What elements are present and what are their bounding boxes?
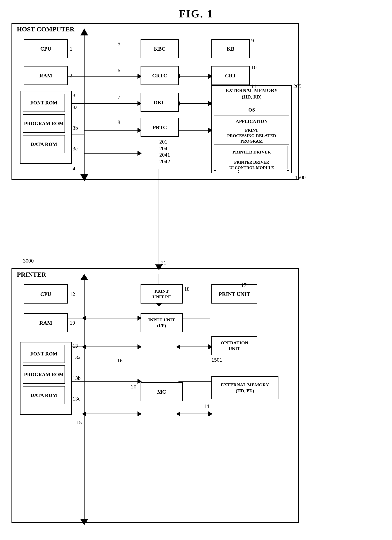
- printer-ref-rom-a: 13a: [73, 354, 80, 360]
- printer-ref-rom: 13: [73, 343, 78, 349]
- host-program-rom: PROGRAM ROM: [23, 114, 65, 133]
- ref-rom-b: 3b: [73, 125, 78, 131]
- host-ext-mem-print: PRINTPROCESSING-RELATEDPROGRAM: [214, 127, 289, 145]
- kb-block: KB: [211, 39, 250, 58]
- ref-kb: 9: [251, 38, 254, 44]
- host-ram-block: RAM: [24, 66, 68, 85]
- host-printer-driver-ui: PRINTER DRIVERUI CONTROL MODULE: [216, 158, 287, 172]
- host-data-rom: DATA ROM: [23, 135, 65, 153]
- printer-ref-print-unit-if: 18: [184, 286, 190, 292]
- dkc-block: DKC: [141, 93, 179, 112]
- print-unit-block: PRINT UNIT: [211, 284, 257, 304]
- printer-program-rom: PROGRAM ROM: [23, 365, 65, 384]
- printer-ref-ext-mem: 14: [204, 403, 209, 409]
- printer-ref-print-unit: 17: [241, 282, 247, 288]
- ref-kbc-line: 5: [118, 41, 120, 47]
- ref-prtc-line: 8: [118, 119, 120, 125]
- print-unit-if-block: PRINT UNIT I/F: [141, 284, 183, 304]
- host-printer-driver: PRINTER DRIVER: [216, 146, 287, 158]
- prtc-block: PRTC: [141, 118, 179, 137]
- printer-ref-line16: 16: [117, 358, 123, 364]
- printer-cpu-block: CPU: [24, 284, 68, 304]
- ref-201: 201: [159, 139, 167, 145]
- host-ext-mem-app: APPLICATION: [214, 116, 289, 127]
- ref-ext-mem: 11: [251, 83, 256, 89]
- ref-n205: 205: [293, 83, 301, 89]
- printer-ref-1501: 1501: [211, 357, 222, 363]
- ref-1500: 1500: [295, 174, 306, 180]
- printer-ref-ram: 19: [70, 320, 75, 326]
- host-ext-mem-outer: EXTERNAL MEMORY(HD, FD) OS APPLICATION P…: [211, 85, 292, 173]
- printer-box: PRINTER CPU 12 RAM 19 FONT ROM PROGRAM R…: [11, 268, 299, 523]
- printer-ref-mc: 20: [131, 384, 136, 390]
- ref-dkc-line: 7: [118, 94, 120, 100]
- kbc-block: KBC: [141, 39, 179, 58]
- ref-2041: 2041: [159, 152, 170, 158]
- ref-rom-a: 3a: [73, 104, 78, 110]
- ref-ram: 2: [70, 73, 72, 79]
- ext-mem-dots: :: [238, 167, 240, 175]
- host-computer-box: HOST COMPUTER CPU 1 RAM 2 FONT ROM PROGR…: [11, 23, 299, 180]
- ref-bus-down: 4: [73, 165, 75, 172]
- ref-21: 21: [161, 260, 166, 266]
- mc-block: MC: [141, 382, 183, 401]
- printer-label: PRINTER: [16, 271, 47, 278]
- input-unit-block: INPUT UNIT (I/F): [141, 313, 183, 332]
- host-font-rom: FONT ROM: [23, 94, 65, 112]
- host-cpu-block: CPU: [24, 39, 68, 58]
- printer-data-rom: DATA ROM: [23, 386, 65, 404]
- ref-rom-c: 3c: [73, 146, 78, 152]
- ref-crt: 10: [251, 64, 257, 70]
- crt-block: CRT: [211, 66, 250, 85]
- printer-ram-block: RAM: [24, 313, 68, 332]
- ref-204: 204: [159, 145, 167, 152]
- ref-3000: 3000: [23, 258, 34, 264]
- ref-2042: 2042: [159, 159, 170, 165]
- printer-font-rom: FONT ROM: [23, 345, 65, 363]
- crtc-block: CRTC: [141, 66, 179, 85]
- ref-rom: 3: [73, 92, 75, 99]
- host-ext-mem-os: OS: [214, 104, 289, 116]
- printer-rom-outer: FONT ROM PROGRAM ROM DATA ROM: [20, 342, 72, 415]
- printer-ref-rom-c: 13c: [73, 396, 80, 402]
- ref-crtc-line: 6: [118, 67, 120, 74]
- printer-ref-bus-down: 15: [76, 420, 82, 426]
- printer-ref-rom-b: 13b: [73, 375, 81, 381]
- host-rom-outer: FONT ROM PROGRAM ROM DATA ROM: [20, 91, 72, 164]
- host-computer-label: HOST COMPUTER: [16, 26, 76, 33]
- page-title: FIG. 1: [0, 0, 392, 26]
- printer-ext-mem-block: EXTERNAL MEMORY (HD, FD): [211, 376, 278, 399]
- printer-ref-cpu: 12: [70, 291, 75, 297]
- ref-cpu: 1: [70, 46, 72, 52]
- operation-unit-block: OPERATION UNIT: [211, 336, 257, 355]
